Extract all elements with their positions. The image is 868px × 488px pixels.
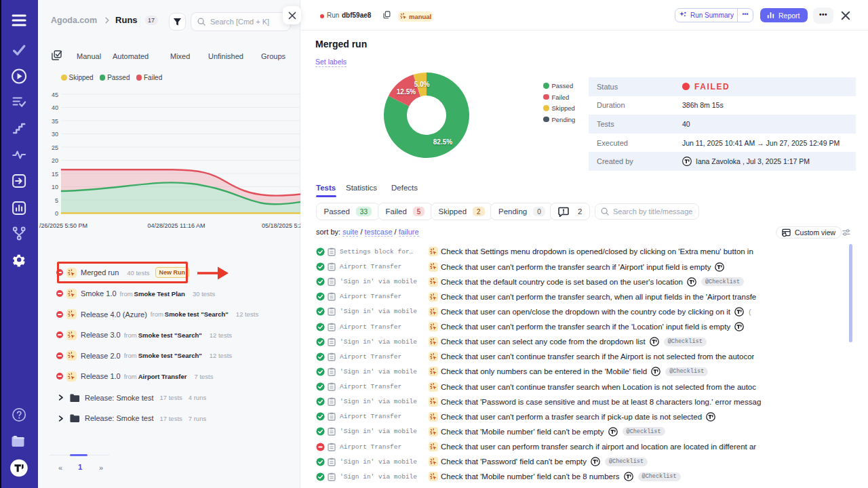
svg-text:5: 5 [55,197,58,204]
svg-text:04/28/2025 11:16 AM: 04/28/2025 11:16 AM [148,222,205,229]
svg-text:12.5%: 12.5% [397,88,416,96]
svg-text:/26/2025 5:50 PM: /26/2025 5:50 PM [39,222,87,229]
svg-text:10: 10 [52,184,58,190]
svg-text:40: 40 [52,104,58,111]
svg-text:20: 20 [52,157,58,164]
svg-text:0: 0 [55,210,58,217]
svg-text:5.0%: 5.0% [414,81,430,88]
svg-text:82.5%: 82.5% [433,138,452,146]
svg-text:45: 45 [52,92,58,98]
svg-text:35: 35 [52,118,58,125]
svg-text:30: 30 [52,131,58,138]
svg-text:25: 25 [52,144,58,151]
svg-text:15: 15 [52,171,58,178]
svg-text:05/18/2025 5:22: 05/18/2025 5:22 [262,222,300,229]
